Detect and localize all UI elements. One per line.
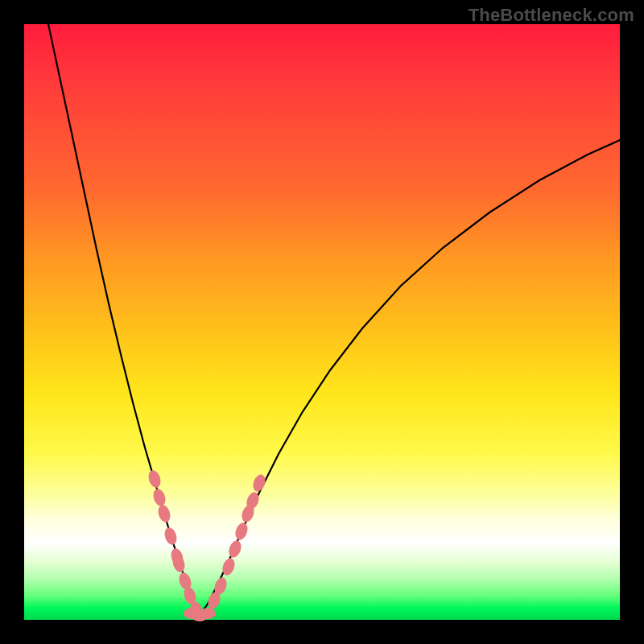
curve-marker (147, 469, 163, 489)
plot-area (24, 24, 620, 620)
right-branch-curve (200, 140, 620, 616)
left-branch-curve (48, 24, 200, 616)
curve-marker (151, 487, 167, 507)
curve-marker (156, 503, 172, 523)
curve-marker (233, 521, 250, 541)
data-markers (147, 469, 267, 621)
curve-layer (24, 24, 620, 620)
curve-marker (200, 608, 216, 619)
watermark-text: TheBottleneck.com (469, 5, 634, 26)
curve-marker (251, 473, 268, 493)
curve-marker (163, 526, 179, 546)
curve-marker (227, 539, 244, 559)
chart-frame: TheBottleneck.com (0, 0, 644, 644)
